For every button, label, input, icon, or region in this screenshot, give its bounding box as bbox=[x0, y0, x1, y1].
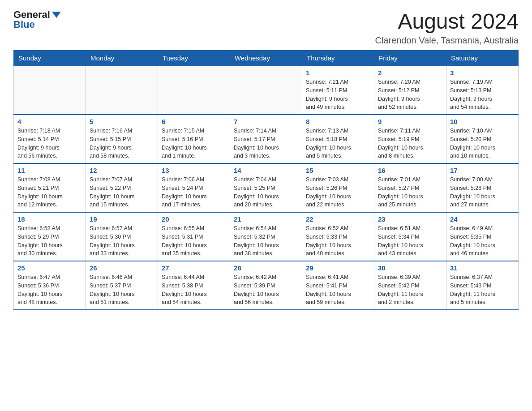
calendar-cell-w4-d2: 19Sunrise: 6:57 AM Sunset: 5:30 PM Dayli… bbox=[86, 212, 158, 261]
day-number: 7 bbox=[234, 118, 298, 125]
calendar-cell-w3-d6: 16Sunrise: 7:01 AM Sunset: 5:27 PM Dayli… bbox=[374, 163, 446, 212]
day-number: 5 bbox=[90, 118, 154, 125]
calendar-cell-w5-d6: 30Sunrise: 6:39 AM Sunset: 5:42 PM Dayli… bbox=[374, 261, 446, 310]
day-info: Sunrise: 7:00 AM Sunset: 5:28 PM Dayligh… bbox=[450, 176, 515, 209]
day-info: Sunrise: 6:49 AM Sunset: 5:35 PM Dayligh… bbox=[450, 224, 515, 258]
day-info: Sunrise: 7:04 AM Sunset: 5:25 PM Dayligh… bbox=[234, 176, 298, 209]
day-info: Sunrise: 7:21 AM Sunset: 5:11 PM Dayligh… bbox=[306, 78, 370, 111]
calendar-cell-w4-d5: 22Sunrise: 6:52 AM Sunset: 5:33 PM Dayli… bbox=[302, 212, 374, 261]
calendar-cell-w3-d3: 13Sunrise: 7:06 AM Sunset: 5:24 PM Dayli… bbox=[158, 163, 230, 212]
calendar-cell-w1-d3 bbox=[158, 66, 230, 115]
calendar-cell-w1-d4 bbox=[230, 66, 302, 115]
day-info: Sunrise: 7:01 AM Sunset: 5:27 PM Dayligh… bbox=[378, 176, 442, 209]
calendar-cell-w5-d3: 27Sunrise: 6:44 AM Sunset: 5:38 PM Dayli… bbox=[158, 261, 230, 310]
col-saturday: Saturday bbox=[446, 51, 519, 66]
day-info: Sunrise: 7:18 AM Sunset: 5:14 PM Dayligh… bbox=[17, 127, 82, 160]
day-info: Sunrise: 7:20 AM Sunset: 5:12 PM Dayligh… bbox=[378, 78, 442, 111]
day-number: 31 bbox=[450, 264, 515, 272]
subtitle: Clarendon Vale, Tasmania, Australia bbox=[375, 35, 519, 46]
day-number: 16 bbox=[378, 167, 442, 174]
calendar-cell-w2-d5: 8Sunrise: 7:13 AM Sunset: 5:18 PM Daylig… bbox=[302, 115, 374, 163]
calendar-cell-w2-d4: 7Sunrise: 7:14 AM Sunset: 5:17 PM Daylig… bbox=[230, 115, 302, 163]
calendar-week-1: 1Sunrise: 7:21 AM Sunset: 5:11 PM Daylig… bbox=[14, 66, 519, 115]
day-number: 27 bbox=[162, 264, 226, 272]
calendar-cell-w4-d7: 24Sunrise: 6:49 AM Sunset: 5:35 PM Dayli… bbox=[446, 212, 519, 261]
calendar-cell-w3-d4: 14Sunrise: 7:04 AM Sunset: 5:25 PM Dayli… bbox=[230, 163, 302, 212]
day-number: 29 bbox=[306, 264, 370, 272]
day-number: 13 bbox=[162, 167, 226, 174]
day-number: 6 bbox=[162, 118, 226, 125]
day-number: 14 bbox=[234, 167, 298, 174]
day-number: 8 bbox=[306, 118, 370, 125]
day-info: Sunrise: 6:47 AM Sunset: 5:36 PM Dayligh… bbox=[17, 273, 82, 307]
day-number: 22 bbox=[306, 215, 370, 223]
col-tuesday: Tuesday bbox=[158, 51, 230, 66]
day-number: 3 bbox=[450, 69, 515, 77]
title-section: August 2024 Clarendon Vale, Tasmania, Au… bbox=[375, 9, 519, 46]
calendar-cell-w3-d1: 11Sunrise: 7:08 AM Sunset: 5:21 PM Dayli… bbox=[14, 163, 86, 212]
day-number: 9 bbox=[378, 118, 442, 125]
main-title: August 2024 bbox=[375, 9, 519, 34]
calendar-cell-w2-d7: 10Sunrise: 7:10 AM Sunset: 5:20 PM Dayli… bbox=[446, 115, 519, 163]
day-info: Sunrise: 6:51 AM Sunset: 5:34 PM Dayligh… bbox=[378, 224, 442, 258]
logo-triangle-icon bbox=[52, 12, 61, 18]
calendar-cell-w2-d3: 6Sunrise: 7:15 AM Sunset: 5:16 PM Daylig… bbox=[158, 115, 230, 163]
calendar-cell-w3-d2: 12Sunrise: 7:07 AM Sunset: 5:22 PM Dayli… bbox=[86, 163, 158, 212]
calendar-cell-w4-d6: 23Sunrise: 6:51 AM Sunset: 5:34 PM Dayli… bbox=[374, 212, 446, 261]
day-number: 28 bbox=[234, 264, 298, 272]
page-header: General Blue August 2024 Clarendon Vale,… bbox=[13, 9, 519, 46]
calendar-cell-w1-d1 bbox=[14, 66, 86, 115]
calendar-cell-w2-d2: 5Sunrise: 7:16 AM Sunset: 5:15 PM Daylig… bbox=[86, 115, 158, 163]
day-info: Sunrise: 7:11 AM Sunset: 5:19 PM Dayligh… bbox=[378, 127, 442, 160]
calendar-cell-w5-d7: 31Sunrise: 6:37 AM Sunset: 5:43 PM Dayli… bbox=[446, 261, 519, 310]
calendar-week-4: 18Sunrise: 6:58 AM Sunset: 5:29 PM Dayli… bbox=[14, 212, 519, 261]
day-number: 21 bbox=[234, 215, 298, 223]
calendar-week-2: 4Sunrise: 7:18 AM Sunset: 5:14 PM Daylig… bbox=[14, 115, 519, 163]
calendar-cell-w4-d4: 21Sunrise: 6:54 AM Sunset: 5:32 PM Dayli… bbox=[230, 212, 302, 261]
calendar-cell-w5-d4: 28Sunrise: 6:42 AM Sunset: 5:39 PM Dayli… bbox=[230, 261, 302, 310]
col-sunday: Sunday bbox=[14, 51, 86, 66]
calendar-cell-w5-d2: 26Sunrise: 6:46 AM Sunset: 5:37 PM Dayli… bbox=[86, 261, 158, 310]
calendar-cell-w2-d1: 4Sunrise: 7:18 AM Sunset: 5:14 PM Daylig… bbox=[14, 115, 86, 163]
day-number: 26 bbox=[90, 264, 154, 272]
col-wednesday: Wednesday bbox=[230, 51, 302, 66]
calendar-header-row: Sunday Monday Tuesday Wednesday Thursday… bbox=[14, 51, 519, 66]
day-number: 11 bbox=[17, 167, 82, 174]
day-number: 15 bbox=[306, 167, 370, 174]
calendar-cell-w4-d3: 20Sunrise: 6:55 AM Sunset: 5:31 PM Dayli… bbox=[158, 212, 230, 261]
day-number: 4 bbox=[17, 118, 82, 125]
day-number: 1 bbox=[306, 69, 370, 77]
calendar-cell-w3-d5: 15Sunrise: 7:03 AM Sunset: 5:26 PM Dayli… bbox=[302, 163, 374, 212]
calendar-table: Sunday Monday Tuesday Wednesday Thursday… bbox=[13, 50, 519, 310]
day-number: 19 bbox=[90, 215, 154, 223]
calendar-cell-w5-d1: 25Sunrise: 6:47 AM Sunset: 5:36 PM Dayli… bbox=[14, 261, 86, 310]
day-info: Sunrise: 6:44 AM Sunset: 5:38 PM Dayligh… bbox=[162, 273, 226, 307]
calendar-week-3: 11Sunrise: 7:08 AM Sunset: 5:21 PM Dayli… bbox=[14, 163, 519, 212]
day-number: 23 bbox=[378, 215, 442, 223]
day-number: 20 bbox=[162, 215, 226, 223]
day-number: 18 bbox=[17, 215, 82, 223]
day-info: Sunrise: 6:54 AM Sunset: 5:32 PM Dayligh… bbox=[234, 224, 298, 258]
day-info: Sunrise: 6:41 AM Sunset: 5:41 PM Dayligh… bbox=[306, 273, 370, 307]
day-info: Sunrise: 7:08 AM Sunset: 5:21 PM Dayligh… bbox=[17, 176, 82, 209]
col-monday: Monday bbox=[86, 51, 158, 66]
calendar-week-5: 25Sunrise: 6:47 AM Sunset: 5:36 PM Dayli… bbox=[14, 261, 519, 310]
calendar-cell-w1-d2 bbox=[86, 66, 158, 115]
day-info: Sunrise: 7:07 AM Sunset: 5:22 PM Dayligh… bbox=[90, 176, 154, 209]
day-number: 10 bbox=[450, 118, 515, 125]
day-number: 25 bbox=[17, 264, 82, 272]
col-thursday: Thursday bbox=[302, 51, 374, 66]
calendar-cell-w2-d6: 9Sunrise: 7:11 AM Sunset: 5:19 PM Daylig… bbox=[374, 115, 446, 163]
day-number: 24 bbox=[450, 215, 515, 223]
calendar-cell-w1-d5: 1Sunrise: 7:21 AM Sunset: 5:11 PM Daylig… bbox=[302, 66, 374, 115]
day-info: Sunrise: 6:46 AM Sunset: 5:37 PM Dayligh… bbox=[90, 273, 154, 307]
day-info: Sunrise: 6:39 AM Sunset: 5:42 PM Dayligh… bbox=[378, 273, 442, 307]
day-info: Sunrise: 7:16 AM Sunset: 5:15 PM Dayligh… bbox=[90, 127, 154, 160]
calendar-cell-w1-d7: 3Sunrise: 7:19 AM Sunset: 5:13 PM Daylig… bbox=[446, 66, 519, 115]
logo: General Blue bbox=[13, 9, 61, 30]
day-info: Sunrise: 6:52 AM Sunset: 5:33 PM Dayligh… bbox=[306, 224, 370, 258]
logo-blue: Blue bbox=[13, 19, 35, 30]
day-info: Sunrise: 7:10 AM Sunset: 5:20 PM Dayligh… bbox=[450, 127, 515, 160]
calendar-cell-w5-d5: 29Sunrise: 6:41 AM Sunset: 5:41 PM Dayli… bbox=[302, 261, 374, 310]
day-info: Sunrise: 7:14 AM Sunset: 5:17 PM Dayligh… bbox=[234, 127, 298, 160]
